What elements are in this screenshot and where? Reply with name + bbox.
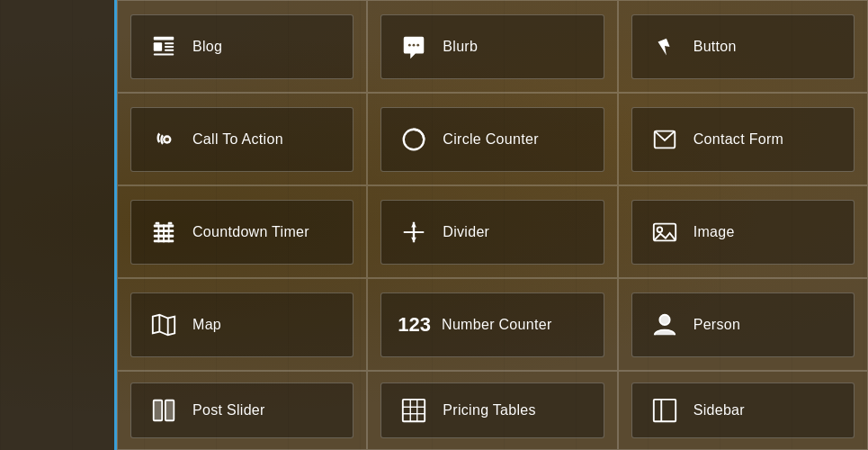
svg-rect-13 xyxy=(156,221,160,224)
number-counter-label: Number Counter xyxy=(442,317,551,333)
cell-map[interactable]: Map xyxy=(117,278,367,371)
svg-rect-0 xyxy=(154,36,174,40)
cell-pricing-tables[interactable]: Pricing Tables xyxy=(367,371,617,450)
cell-divider[interactable]: Divider xyxy=(367,185,617,278)
svg-point-32 xyxy=(659,314,669,324)
divider-label: Divider xyxy=(443,224,489,240)
cell-image[interactable]: Image xyxy=(618,185,868,278)
sidebar-label: Sidebar xyxy=(694,402,745,418)
button-icon xyxy=(649,31,681,63)
circle-counter-label: Circle Counter xyxy=(443,131,538,148)
blog-label: Blog xyxy=(192,39,222,55)
svg-rect-1 xyxy=(154,42,162,50)
map-icon xyxy=(148,309,180,341)
button-label: Button xyxy=(694,39,737,55)
blog-icon xyxy=(148,31,180,63)
cell-person[interactable]: Person xyxy=(618,278,868,371)
pricing-tables-icon xyxy=(398,394,430,427)
countdown-timer-icon xyxy=(148,216,180,248)
svg-marker-24 xyxy=(412,237,417,242)
sidebar-icon xyxy=(649,394,681,427)
left-sidebar-bar xyxy=(0,0,117,450)
cell-blurb[interactable]: Blurb xyxy=(367,0,617,93)
svg-point-7 xyxy=(413,43,416,46)
svg-marker-23 xyxy=(412,221,417,227)
number-counter-prefix: 123 xyxy=(398,313,431,337)
svg-rect-36 xyxy=(166,401,174,420)
svg-marker-28 xyxy=(153,314,174,335)
svg-rect-3 xyxy=(165,46,174,48)
cell-button[interactable]: Button xyxy=(618,0,868,93)
person-label: Person xyxy=(694,317,741,333)
svg-point-10 xyxy=(165,137,169,141)
svg-rect-42 xyxy=(653,400,675,421)
countdown-timer-label: Countdown Timer xyxy=(192,224,309,240)
svg-rect-5 xyxy=(154,53,174,55)
call-to-action-icon xyxy=(148,123,180,156)
contact-form-label: Contact Form xyxy=(694,131,784,148)
contact-form-icon xyxy=(649,123,681,156)
number-counter-icon: 123 xyxy=(398,309,434,341)
svg-point-6 xyxy=(408,43,411,46)
cell-sidebar[interactable]: Sidebar xyxy=(618,371,868,450)
post-slider-icon xyxy=(148,394,180,427)
cell-countdown-timer[interactable]: Countdown Timer xyxy=(117,185,367,278)
map-label: Map xyxy=(192,317,221,333)
post-slider-label: Post Slider xyxy=(192,402,265,418)
svg-rect-2 xyxy=(165,42,174,44)
image-icon xyxy=(649,216,681,248)
cell-blog[interactable]: Blog xyxy=(117,0,367,93)
cell-circle-counter[interactable]: Circle Counter xyxy=(367,93,617,185)
image-label: Image xyxy=(694,224,735,240)
svg-point-8 xyxy=(417,43,420,46)
svg-point-27 xyxy=(657,227,662,232)
cell-number-counter[interactable]: 123 Number Counter xyxy=(367,278,617,371)
svg-rect-14 xyxy=(168,221,173,224)
cell-post-slider[interactable]: Post Slider xyxy=(117,371,367,450)
module-grid: Blog Blurb Button xyxy=(117,0,868,450)
svg-rect-4 xyxy=(165,49,174,50)
circle-counter-icon xyxy=(398,123,430,156)
blurb-label: Blurb xyxy=(443,39,478,55)
cell-contact-form[interactable]: Contact Form xyxy=(618,93,868,185)
pricing-tables-label: Pricing Tables xyxy=(443,402,536,418)
call-to-action-label: Call To Action xyxy=(192,131,283,148)
cell-call-to-action[interactable]: Call To Action xyxy=(117,93,367,185)
blurb-icon xyxy=(398,31,430,63)
svg-rect-35 xyxy=(155,401,162,420)
divider-icon xyxy=(398,216,430,248)
svg-rect-37 xyxy=(403,400,425,421)
person-icon xyxy=(649,309,681,341)
